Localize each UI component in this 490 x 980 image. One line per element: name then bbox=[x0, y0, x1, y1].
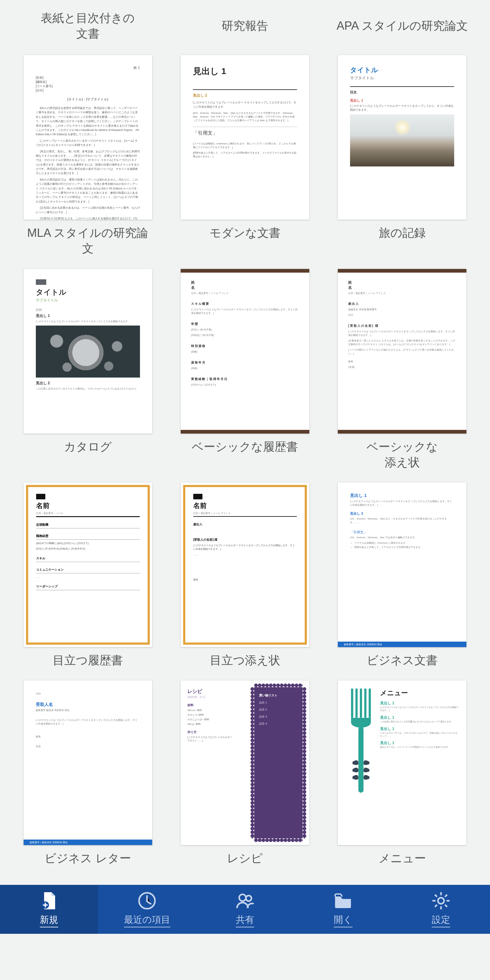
template-title: ビジネス文書 bbox=[364, 652, 441, 668]
template-thumbnail[interactable]: 見出し 1 [このテキストのようなプレースホルダー テキストをタップしてから入力… bbox=[338, 482, 466, 647]
svg-point-8 bbox=[239, 894, 246, 901]
template-title: カタログ bbox=[61, 439, 115, 455]
template-title: ビジネス レター bbox=[41, 851, 134, 866]
svg-rect-2 bbox=[364, 689, 367, 718]
template-title: ベーシックな添え状 bbox=[364, 439, 441, 471]
template-title: 研究報告 bbox=[219, 9, 271, 43]
svg-point-9 bbox=[246, 896, 251, 901]
nav-settings[interactable]: 設定 bbox=[392, 885, 490, 934]
template-thumbnail[interactable]: レシピ 調理時間：45 分 材料 500 ml / 材料 大さじ 4 / 材料 … bbox=[181, 681, 309, 845]
template-thumbnail[interactable]: 名前 住所｜電話番号｜メール 志望動機 職務経歴 [会社名での職務]｜[会社] … bbox=[24, 482, 152, 647]
template-recipe[interactable]: レシピ 調理時間：45 分 材料 500 ml / 材料 大さじ 4 / 材料 … bbox=[176, 681, 314, 866]
template-cover-toc[interactable]: 表紙と目次付きの文書 bbox=[18, 9, 157, 43]
nav-recent[interactable]: 最近の項目 bbox=[98, 885, 196, 934]
template-basic-resume[interactable]: 姓 名 住所｜電話番号｜メール アドレス スキル概要 [このテキストのようなプレ… bbox=[176, 269, 314, 471]
svg-rect-0 bbox=[356, 689, 358, 718]
template-thumbnail[interactable]: 名前 住所｜電話番号｜メール アドレス 差出人 … [受取人の名前] 様 [この… bbox=[181, 482, 309, 647]
folder-icon bbox=[333, 891, 353, 910]
template-title: メニュー bbox=[375, 851, 429, 866]
template-title: モダンな文書 bbox=[206, 225, 284, 241]
template-business-letter[interactable]: 日付 受取人名 顧客番号 製造者 市区町村 国名 [このテキストのようなプレース… bbox=[18, 681, 157, 866]
new-document-icon bbox=[39, 891, 59, 910]
template-title: レシピ bbox=[224, 851, 266, 866]
template-thumbnail[interactable]: 姓 名 住所｜電話番号｜メール アドレス スキル概要 [このテキストのようなプレ… bbox=[181, 269, 309, 434]
template-modern-doc[interactable]: 見出し 1 見出し 2 [このテキストのようなプレースホルダー テキストをタップ… bbox=[176, 55, 314, 257]
template-thumbnail[interactable]: 見出し 1 見出し 2 [このテキストのようなプレースホルダー テキストをタップ… bbox=[181, 55, 309, 220]
template-bold-resume[interactable]: 名前 住所｜電話番号｜メール 志望動機 職務経歴 [会社名での職務]｜[会社] … bbox=[18, 482, 157, 668]
template-thumbnail[interactable]: タイトル サブタイトル 目次 見出し 1 [このテキストのようなプレースホルダー… bbox=[338, 55, 466, 220]
svg-rect-5 bbox=[359, 727, 364, 793]
template-business-doc[interactable]: 見出し 1 [このテキストのようなプレースホルダー テキストをタップしてから入力… bbox=[333, 482, 472, 668]
template-grid: 表紙と目次付きの文書 研究報告 APA スタイルの研究論文 姓 1 [名前] [… bbox=[0, 0, 490, 885]
bottom-nav: 新規 最近の項目 共有 開く 設定 bbox=[0, 885, 490, 934]
template-title: APA スタイルの研究論文 bbox=[334, 9, 471, 43]
template-thumbnail[interactable]: メニュー 見出し 1 [このテキストのようなプレースホルダー テキストをタップし… bbox=[338, 681, 466, 845]
template-thumbnail[interactable]: 姓 名 住所｜電話番号｜メール アドレス 差出人 連絡先名 所在地 郵便番号 日… bbox=[338, 269, 466, 434]
template-menu[interactable]: メニュー 見出し 1 [このテキストのようなプレースホルダー テキストをタップし… bbox=[333, 681, 472, 866]
svg-rect-1 bbox=[360, 689, 362, 718]
nav-shared[interactable]: 共有 bbox=[196, 885, 294, 934]
svg-rect-3 bbox=[351, 689, 353, 718]
svg-rect-4 bbox=[369, 689, 371, 718]
mechanical-parts-image bbox=[36, 326, 140, 377]
template-title: 表紙と目次付きの文書 bbox=[38, 9, 138, 43]
template-catalog[interactable]: タイトル サブタイトル 日付 見出し 1 [このテキストのようなプレースホルダー… bbox=[18, 269, 157, 471]
template-research-report[interactable]: 研究報告 bbox=[176, 9, 314, 43]
template-thumbnail[interactable]: タイトル サブタイトル 日付 見出し 1 [このテキストのようなプレースホルダー… bbox=[24, 269, 152, 434]
nav-new[interactable]: 新規 bbox=[0, 885, 98, 934]
template-title: ベーシックな履歴書 bbox=[188, 439, 301, 455]
template-title: 目立つ履歴書 bbox=[49, 652, 126, 668]
nav-open[interactable]: 開く bbox=[294, 885, 392, 934]
template-title: 目立つ添え状 bbox=[207, 652, 283, 668]
template-thumbnail[interactable]: 姓 1 [名前] [講師名] [コース番号] [日付] [タイトル]：[サブタイ… bbox=[24, 55, 152, 220]
template-thumbnail[interactable]: 日付 受取人名 顧客番号 製造者 市区町村 国名 [このテキストのようなプレース… bbox=[24, 681, 152, 845]
template-title: 旅の記録 bbox=[376, 225, 429, 241]
template-mla-paper[interactable]: 姓 1 [名前] [講師名] [コース番号] [日付] [タイトル]：[サブタイ… bbox=[18, 55, 157, 257]
svg-point-10 bbox=[438, 898, 444, 904]
clock-icon bbox=[137, 891, 157, 910]
landscape-image bbox=[350, 115, 454, 167]
fork-icon bbox=[345, 689, 375, 799]
template-basic-cover[interactable]: 姓 名 住所｜電話番号｜メール アドレス 差出人 連絡先名 所在地 郵便番号 日… bbox=[333, 269, 472, 471]
gear-icon bbox=[431, 891, 451, 910]
shopping-list-panel: 買い物リスト 品目 1 品目 2 品目 3 品目 4 bbox=[254, 687, 303, 838]
template-apa-paper[interactable]: APA スタイルの研究論文 bbox=[333, 9, 472, 43]
template-travel-journal[interactable]: タイトル サブタイトル 目次 見出し 1 [このテキストのようなプレースホルダー… bbox=[333, 55, 472, 257]
template-bold-cover[interactable]: 名前 住所｜電話番号｜メール アドレス 差出人 … [受取人の名前] 様 [この… bbox=[176, 482, 314, 668]
template-title: MLA スタイルの研究論文 bbox=[18, 225, 157, 257]
people-icon bbox=[235, 891, 255, 910]
